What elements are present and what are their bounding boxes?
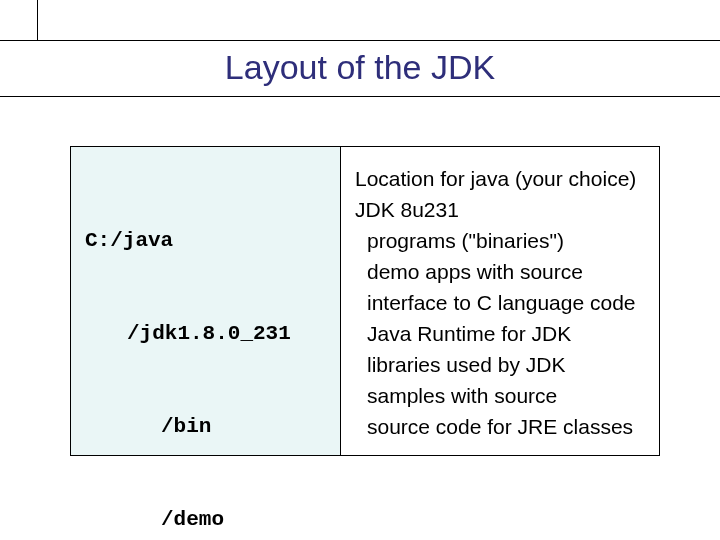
slide: Layout of the JDK C:/java /jdk1.8.0_231 … xyxy=(0,0,720,540)
descriptions-block: Location for java (your choice) JDK 8u23… xyxy=(355,163,647,442)
path-bin: /bin xyxy=(85,411,211,442)
desc-sample: samples with source xyxy=(355,380,557,411)
descriptions-column: Location for java (your choice) JDK 8u23… xyxy=(341,147,659,455)
path-demo: /demo xyxy=(85,504,224,535)
desc-bin: programs ("binaries") xyxy=(355,225,564,256)
content-panel: C:/java /jdk1.8.0_231 /bin /demo /includ… xyxy=(70,146,660,456)
desc-jdk: JDK 8u231 xyxy=(355,194,647,225)
paths-block: C:/java /jdk1.8.0_231 /bin /demo /includ… xyxy=(85,163,326,540)
paths-column: C:/java /jdk1.8.0_231 /bin /demo /includ… xyxy=(71,147,341,455)
horizontal-rule-bottom xyxy=(0,96,720,97)
horizontal-rule-top xyxy=(0,40,720,41)
desc-jre: Java Runtime for JDK xyxy=(355,318,571,349)
desc-include: interface to C language code xyxy=(355,287,636,318)
desc-demo: demo apps with source xyxy=(355,256,583,287)
path-jdk: /jdk1.8.0_231 xyxy=(85,318,291,349)
path-root: C:/java xyxy=(85,225,326,256)
desc-lib: libraries used by JDK xyxy=(355,349,565,380)
desc-srczip: source code for JRE classes xyxy=(355,411,633,442)
slide-title: Layout of the JDK xyxy=(0,48,720,87)
decorative-tick xyxy=(37,0,38,40)
desc-root: Location for java (your choice) xyxy=(355,163,647,194)
